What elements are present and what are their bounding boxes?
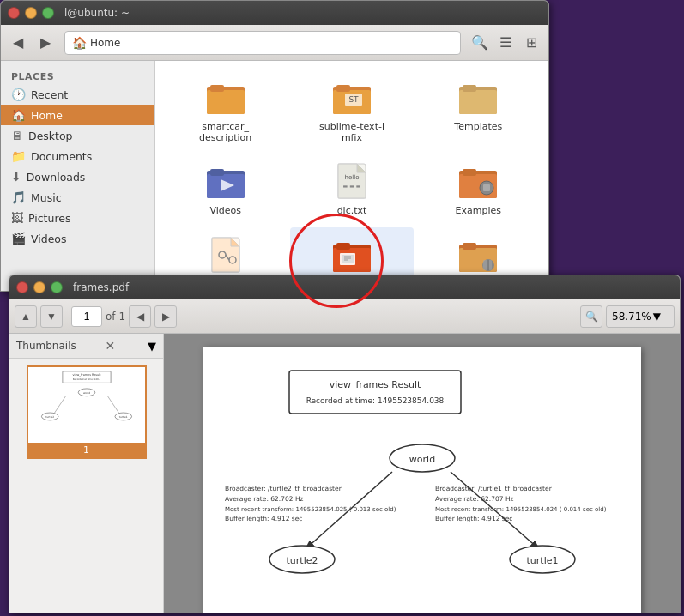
pdf-titlebar: frames.pdf — [9, 275, 680, 299]
pdf-search-button[interactable]: 🔍 — [580, 305, 602, 328]
svg-text:turtle1: turtle1 — [526, 555, 558, 566]
thumbnail-canvas-1: view_frames Result Recorded at time: 149… — [28, 367, 145, 443]
svg-text:Broadcaster: /turtle2_tf_broad: Broadcaster: /turtle2_tf_broadcaster — [225, 485, 342, 492]
smartcar-icon — [205, 76, 246, 118]
sidebar-dropdown-arrow[interactable]: ▼ — [148, 340, 156, 353]
forward-button[interactable]: ▶ — [33, 31, 58, 55]
svg-rect-52 — [289, 371, 461, 414]
dic-icon: hello ▬ ▬ ▬ — [331, 160, 372, 202]
pdf-sidebar-header: Thumbnails ✕ ▼ — [9, 334, 163, 359]
svg-text:ST: ST — [348, 95, 359, 104]
sidebar-item-videos-label: Videos — [31, 233, 67, 245]
svg-text:view_frames Result: view_frames Result — [329, 379, 421, 390]
pdf-close-button[interactable] — [16, 281, 28, 293]
svg-text:Average rate: 62.707 Hz: Average rate: 62.707 Hz — [435, 495, 514, 503]
sidebar-item-documents-label: Documents — [31, 150, 92, 163]
search-button[interactable]: 🔍 — [468, 31, 492, 55]
file-item-dic[interactable]: hello ▬ ▬ ▬ dic.txt — [290, 154, 413, 223]
close-button[interactable] — [8, 7, 20, 19]
pdf-diagram-svg: view_frames Result Recorded at time: 149… — [221, 364, 624, 595]
svg-text:view_frames Result: view_frames Result — [72, 373, 101, 377]
svg-text:Most recent transform: 1495523: Most recent transform: 1495523854.024 ( … — [435, 506, 607, 513]
svg-text:▬ ▬ ▬: ▬ ▬ ▬ — [343, 183, 361, 189]
svg-rect-1 — [207, 90, 245, 114]
svg-text:turtle1: turtle1 — [118, 415, 127, 419]
sidebar-item-documents[interactable]: 📁 Documents — [1, 146, 154, 166]
file-item-sublime[interactable]: ST sublime-text-imfix — [290, 69, 413, 150]
nav-prev-button[interactable]: ◀ — [129, 305, 151, 328]
minimize-button[interactable] — [25, 7, 37, 19]
close-sidebar-button[interactable]: ✕ — [106, 339, 116, 353]
svg-rect-29 — [336, 243, 350, 250]
zoom-dropdown-arrow: ▼ — [653, 311, 661, 323]
sidebar-item-home[interactable]: 🏠 Home — [1, 105, 154, 125]
pdf-sidebar: Thumbnails ✕ ▼ view_frames Result Record… — [9, 334, 164, 613]
svg-rect-37 — [463, 243, 476, 250]
thumbnails-label: Thumbnails — [16, 340, 76, 352]
sidebar: Places 🕐 Recent 🏠 Home 🖥 Desktop 📁 Docum… — [1, 61, 155, 292]
templates-label: Templates — [454, 121, 502, 132]
page-navigation: of 1 — [71, 306, 125, 327]
svg-rect-13 — [210, 169, 224, 176]
svg-text:Broadcaster: /turtle1_tf_broad: Broadcaster: /turtle1_tf_broadcaster — [435, 485, 553, 492]
downloads-icon: ⬇ — [11, 170, 21, 184]
page-up-button[interactable]: ▲ — [15, 305, 37, 328]
svg-text:Average rate: 62.702 Hz: Average rate: 62.702 Hz — [225, 495, 304, 503]
file-content-grid: smartcar_description ST sublime-text-imf… — [155, 61, 548, 292]
svg-rect-20 — [463, 169, 476, 176]
toolbar-right: 🔍 ☰ ⊞ — [468, 31, 543, 55]
home-sidebar-icon: 🏠 — [11, 108, 26, 122]
svg-text:turtle2: turtle2 — [45, 415, 54, 419]
list-view-button[interactable]: ☰ — [493, 31, 518, 55]
file-item-examples[interactable]: Examples — [417, 154, 540, 223]
file-item-templates[interactable]: Templates — [417, 69, 540, 150]
examples-icon — [457, 160, 499, 202]
pdf-maximize-button[interactable] — [51, 281, 63, 293]
pdf-page: view_frames Result Recorded at time: 149… — [203, 347, 641, 613]
pdf-viewer-window: frames.pdf ▲ ▼ of 1 ◀ ▶ 🔍 58.71% ▼ Thumb… — [9, 275, 681, 613]
sidebar-item-desktop[interactable]: 🖥 Desktop — [1, 125, 154, 146]
svg-line-47 — [107, 396, 118, 414]
music-icon: 🎵 — [11, 190, 26, 204]
file-manager-toolbar: ◀ ▶ 🏠 Home 🔍 ☰ ⊞ — [1, 25, 548, 61]
recent-icon: 🕐 — [11, 88, 26, 101]
svg-text:hello: hello — [345, 174, 360, 181]
pdf-body: Thumbnails ✕ ▼ view_frames Result Record… — [9, 334, 680, 613]
home-icon: 🏠 — [72, 36, 87, 50]
maximize-button[interactable] — [42, 7, 54, 19]
sidebar-item-downloads-label: Downloads — [27, 171, 86, 184]
documents-icon: 📁 — [11, 149, 26, 163]
page-number-input[interactable] — [71, 306, 102, 327]
videos-folder-icon — [205, 160, 246, 202]
svg-text:Buffer length: 4.912 sec: Buffer length: 4.912 sec — [225, 515, 302, 522]
thumbnail-page-1[interactable]: view_frames Result Recorded at time: 149… — [27, 365, 147, 459]
svg-rect-22 — [483, 184, 490, 191]
sidebar-item-recent[interactable]: 🕐 Recent — [1, 84, 154, 105]
file-item-smartcar[interactable]: smartcar_description — [164, 69, 287, 150]
nav-next-button[interactable]: ▶ — [154, 305, 177, 328]
sidebar-item-music[interactable]: 🎵 Music — [1, 187, 154, 208]
file-item-videos-folder[interactable]: Videos — [164, 154, 287, 223]
examples-label: Examples — [456, 205, 501, 216]
grid-view-button[interactable]: ⊞ — [519, 31, 543, 55]
location-text: Home — [90, 37, 120, 49]
back-button[interactable]: ◀ — [6, 31, 30, 55]
sidebar-item-desktop-label: Desktop — [28, 130, 73, 142]
thumbnail-list: view_frames Result Recorded at time: 149… — [9, 359, 163, 466]
sublime-label: sublime-text-imfix — [318, 121, 386, 143]
sidebar-item-videos[interactable]: 🎬 Videos — [1, 228, 154, 249]
svg-rect-31 — [342, 255, 354, 263]
pdf-minimize-button[interactable] — [33, 281, 45, 293]
pdf-toolbar: ▲ ▼ of 1 ◀ ▶ 🔍 58.71% ▼ — [9, 299, 680, 334]
svg-line-46 — [54, 396, 65, 414]
svg-text:turtle2: turtle2 — [286, 555, 318, 566]
page-down-button[interactable]: ▼ — [40, 305, 63, 328]
zoom-selector[interactable]: 58.71% ▼ — [606, 305, 675, 328]
sidebar-item-pictures-label: Pictures — [28, 212, 71, 225]
frames-pdf-icon — [331, 234, 372, 275]
file-manager-titlebar: l@ubuntu: ~ — [1, 1, 548, 25]
sidebar-item-pictures[interactable]: 🖼 Pictures — [1, 208, 154, 228]
page-total: of 1 — [106, 311, 125, 323]
svg-text:Buffer length: 4.912 sec: Buffer length: 4.912 sec — [435, 515, 512, 522]
sidebar-item-downloads[interactable]: ⬇ Downloads — [1, 166, 154, 187]
